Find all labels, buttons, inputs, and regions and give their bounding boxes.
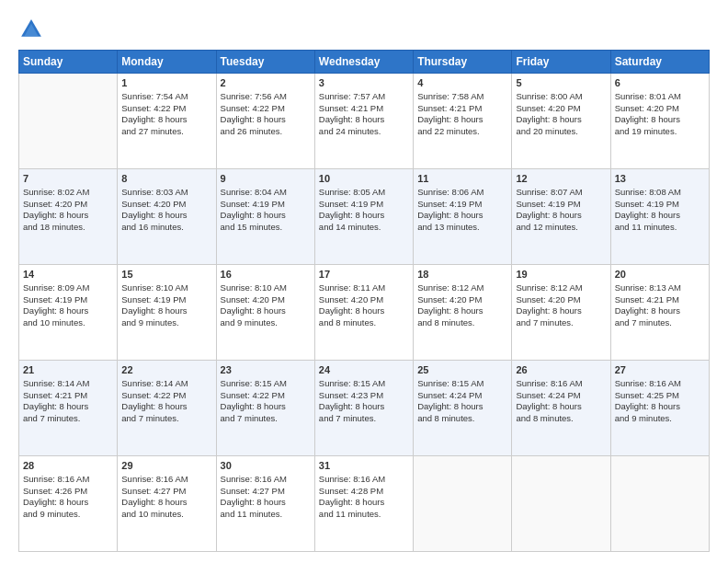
calendar-cell: 13Sunrise: 8:08 AMSunset: 4:19 PMDayligh… xyxy=(610,169,709,265)
day-number: 18 xyxy=(417,268,507,282)
day-number: 9 xyxy=(221,172,311,186)
calendar-cell: 21Sunrise: 8:14 AMSunset: 4:21 PMDayligh… xyxy=(19,361,118,456)
day-number: 13 xyxy=(615,172,705,186)
week-row-3: 14Sunrise: 8:09 AMSunset: 4:19 PMDayligh… xyxy=(19,265,710,361)
calendar-cell: 14Sunrise: 8:09 AMSunset: 4:19 PMDayligh… xyxy=(19,265,118,361)
calendar-cell: 5Sunrise: 8:00 AMSunset: 4:20 PMDaylight… xyxy=(512,74,610,169)
calendar-cell: 30Sunrise: 8:16 AMSunset: 4:27 PMDayligh… xyxy=(216,456,314,552)
day-number: 27 xyxy=(615,363,705,377)
calendar-cell: 22Sunrise: 8:14 AMSunset: 4:22 PMDayligh… xyxy=(118,361,216,456)
week-row-1: 1Sunrise: 7:54 AMSunset: 4:22 PMDaylight… xyxy=(19,74,710,169)
calendar-cell: 2Sunrise: 7:56 AMSunset: 4:22 PMDaylight… xyxy=(216,74,314,169)
day-number: 29 xyxy=(121,459,211,473)
logo-icon xyxy=(18,17,44,42)
day-number: 8 xyxy=(121,172,211,186)
day-number: 26 xyxy=(516,363,606,377)
calendar-cell: 24Sunrise: 8:15 AMSunset: 4:23 PMDayligh… xyxy=(314,361,413,456)
day-number: 24 xyxy=(319,363,409,377)
calendar-cell: 26Sunrise: 8:16 AMSunset: 4:24 PMDayligh… xyxy=(512,361,610,456)
day-number: 31 xyxy=(319,459,409,473)
day-number: 16 xyxy=(221,268,311,282)
calendar-cell: 20Sunrise: 8:13 AMSunset: 4:21 PMDayligh… xyxy=(610,265,709,361)
day-number: 2 xyxy=(221,76,311,90)
calendar-cell xyxy=(414,456,512,552)
weekday-header-tuesday: Tuesday xyxy=(216,51,314,74)
calendar-cell: 4Sunrise: 7:58 AMSunset: 4:21 PMDaylight… xyxy=(414,74,512,169)
day-number: 20 xyxy=(615,268,705,282)
day-number: 28 xyxy=(23,459,113,473)
day-number: 14 xyxy=(23,268,113,282)
day-number: 7 xyxy=(23,172,113,186)
calendar-cell: 9Sunrise: 8:04 AMSunset: 4:19 PMDaylight… xyxy=(216,169,314,265)
calendar-cell: 12Sunrise: 8:07 AMSunset: 4:19 PMDayligh… xyxy=(512,169,610,265)
calendar-cell: 29Sunrise: 8:16 AMSunset: 4:27 PMDayligh… xyxy=(118,456,216,552)
day-number: 10 xyxy=(319,172,409,186)
calendar-cell: 23Sunrise: 8:15 AMSunset: 4:22 PMDayligh… xyxy=(216,361,314,456)
day-number: 5 xyxy=(516,76,606,90)
calendar-cell: 31Sunrise: 8:16 AMSunset: 4:28 PMDayligh… xyxy=(314,456,413,552)
calendar-cell: 15Sunrise: 8:10 AMSunset: 4:19 PMDayligh… xyxy=(118,265,216,361)
week-row-4: 21Sunrise: 8:14 AMSunset: 4:21 PMDayligh… xyxy=(19,361,710,456)
day-number: 15 xyxy=(121,268,211,282)
weekday-header-saturday: Saturday xyxy=(610,51,709,74)
logo xyxy=(18,17,48,42)
day-number: 12 xyxy=(516,172,606,186)
calendar-cell: 7Sunrise: 8:02 AMSunset: 4:20 PMDaylight… xyxy=(19,169,118,265)
day-number: 4 xyxy=(417,76,507,90)
day-number: 11 xyxy=(417,172,507,186)
day-number: 30 xyxy=(221,459,311,473)
day-number: 23 xyxy=(221,363,311,377)
day-number: 25 xyxy=(417,363,507,377)
calendar-cell: 1Sunrise: 7:54 AMSunset: 4:22 PMDaylight… xyxy=(118,74,216,169)
calendar-table: SundayMondayTuesdayWednesdayThursdayFrid… xyxy=(18,50,710,552)
day-number: 6 xyxy=(615,76,705,90)
calendar-cell: 6Sunrise: 8:01 AMSunset: 4:20 PMDaylight… xyxy=(610,74,709,169)
day-number: 1 xyxy=(121,76,211,90)
calendar-cell xyxy=(512,456,610,552)
calendar-cell xyxy=(610,456,709,552)
day-number: 21 xyxy=(23,363,113,377)
calendar-cell: 16Sunrise: 8:10 AMSunset: 4:20 PMDayligh… xyxy=(216,265,314,361)
weekday-header-sunday: Sunday xyxy=(19,51,118,74)
weekday-header-thursday: Thursday xyxy=(414,51,512,74)
calendar-cell: 11Sunrise: 8:06 AMSunset: 4:19 PMDayligh… xyxy=(414,169,512,265)
header xyxy=(18,17,710,42)
page: SundayMondayTuesdayWednesdayThursdayFrid… xyxy=(0,0,728,563)
calendar-cell: 18Sunrise: 8:12 AMSunset: 4:20 PMDayligh… xyxy=(414,265,512,361)
calendar-cell: 10Sunrise: 8:05 AMSunset: 4:19 PMDayligh… xyxy=(314,169,413,265)
calendar-cell: 28Sunrise: 8:16 AMSunset: 4:26 PMDayligh… xyxy=(19,456,118,552)
calendar-cell: 17Sunrise: 8:11 AMSunset: 4:20 PMDayligh… xyxy=(314,265,413,361)
weekday-header-monday: Monday xyxy=(118,51,216,74)
day-number: 22 xyxy=(121,363,211,377)
weekday-header-friday: Friday xyxy=(512,51,610,74)
week-row-5: 28Sunrise: 8:16 AMSunset: 4:26 PMDayligh… xyxy=(19,456,710,552)
calendar-cell: 19Sunrise: 8:12 AMSunset: 4:20 PMDayligh… xyxy=(512,265,610,361)
calendar-cell: 8Sunrise: 8:03 AMSunset: 4:20 PMDaylight… xyxy=(118,169,216,265)
week-row-2: 7Sunrise: 8:02 AMSunset: 4:20 PMDaylight… xyxy=(19,169,710,265)
calendar-cell: 3Sunrise: 7:57 AMSunset: 4:21 PMDaylight… xyxy=(314,74,413,169)
day-number: 19 xyxy=(516,268,606,282)
calendar-cell: 27Sunrise: 8:16 AMSunset: 4:25 PMDayligh… xyxy=(610,361,709,456)
day-number: 17 xyxy=(319,268,409,282)
calendar-cell xyxy=(19,74,118,169)
calendar-cell: 25Sunrise: 8:15 AMSunset: 4:24 PMDayligh… xyxy=(414,361,512,456)
day-number: 3 xyxy=(319,76,409,90)
weekday-header-row: SundayMondayTuesdayWednesdayThursdayFrid… xyxy=(19,51,710,74)
weekday-header-wednesday: Wednesday xyxy=(314,51,413,74)
